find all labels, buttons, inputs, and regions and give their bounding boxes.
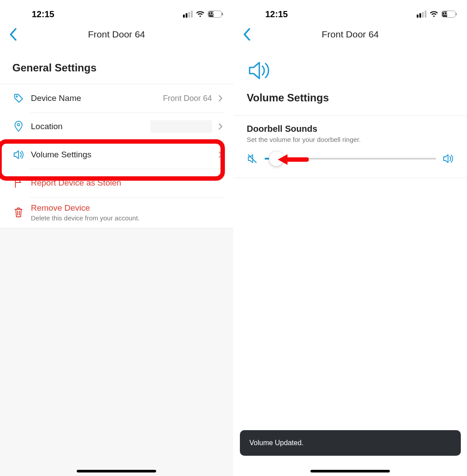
tag-icon [12, 92, 25, 104]
svg-point-0 [16, 96, 17, 97]
speaker-loud-icon [442, 153, 454, 164]
wifi-icon [430, 11, 438, 18]
status-bar: 12:15 32 [234, 0, 467, 23]
speaker-mute-icon [247, 153, 258, 164]
row-value: Front Door 64 [163, 94, 212, 103]
row-report-stolen[interactable]: Report Device as Stolen [0, 169, 233, 197]
status-time: 12:15 [11, 9, 54, 19]
trash-icon [12, 206, 25, 219]
nav-header: Front Door 64 [0, 23, 233, 46]
screen-volume-settings: 12:15 32 Front Door 64 [234, 0, 467, 476]
empty-area [0, 228, 233, 476]
page-title: Front Door 64 [88, 29, 145, 40]
speaker-icon [12, 149, 25, 161]
chevron-right-icon [217, 94, 224, 102]
nav-header: Front Door 64 [234, 23, 467, 46]
chevron-right-icon [217, 151, 224, 159]
status-icons: 32 [417, 11, 456, 18]
row-label: Volume Settings [31, 150, 217, 160]
toast-volume-updated: Volume Updated. [240, 430, 461, 456]
row-remove-device[interactable]: Remove Device Delete this device from yo… [0, 197, 233, 228]
row-label: Location [31, 122, 150, 131]
chevron-right-icon [217, 123, 224, 130]
page-title: Front Door 64 [321, 29, 379, 40]
section-title: Volume Settings [234, 83, 467, 115]
section-title: General Settings [0, 46, 233, 84]
svg-point-1 [17, 123, 19, 126]
volume-slider-row [247, 153, 454, 164]
row-volume-settings[interactable]: Volume Settings [0, 141, 233, 169]
flag-icon [12, 177, 25, 189]
row-device-name[interactable]: Device Name Front Door 64 [0, 84, 233, 112]
row-sublabel: Delete this device from your account. [31, 214, 224, 222]
battery-percent: 32 [443, 11, 448, 17]
location-pin-icon [12, 120, 25, 133]
back-button[interactable] [239, 26, 255, 42]
wifi-icon [196, 11, 205, 18]
battery-percent: 32 [209, 11, 214, 17]
battery-icon: 32 [208, 11, 222, 18]
slider-thumb[interactable] [269, 151, 284, 166]
row-label: Remove Device [31, 203, 224, 213]
volume-slider[interactable] [265, 158, 437, 160]
row-label: Device Name [31, 93, 163, 103]
back-button[interactable] [5, 26, 21, 42]
home-indicator[interactable] [310, 470, 390, 472]
speaker-large-icon [234, 46, 467, 83]
status-time: 12:15 [245, 9, 288, 19]
battery-icon: 32 [441, 11, 456, 18]
screen-general-settings: 12:15 32 Front Door 64 General Settings [0, 0, 234, 476]
doorbell-sounds-section: Doorbell Sounds Set the volume for your … [234, 115, 467, 178]
home-indicator[interactable] [77, 470, 156, 472]
toast-text: Volume Updated. [250, 439, 304, 446]
row-label: Report Device as Stolen [31, 178, 224, 188]
settings-list: Device Name Front Door 64 Location [0, 84, 233, 228]
row-location[interactable]: Location [0, 112, 233, 141]
doorbell-desc: Set the volume for your doorbell ringer. [247, 136, 454, 143]
cellular-icon [417, 11, 426, 18]
row-value-redacted [150, 120, 212, 133]
cellular-icon [183, 11, 193, 18]
status-icons: 32 [183, 11, 222, 18]
doorbell-title: Doorbell Sounds [247, 124, 454, 134]
status-bar: 12:15 32 [0, 0, 233, 23]
